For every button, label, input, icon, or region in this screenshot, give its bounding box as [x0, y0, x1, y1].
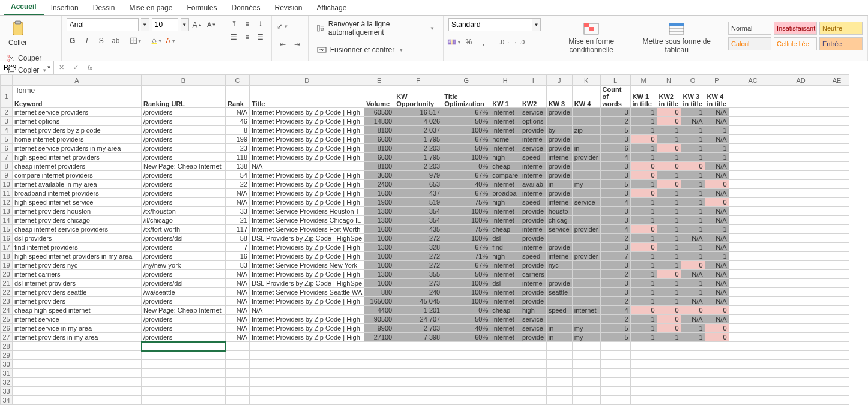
increase-font-button[interactable]: A▲ [191, 19, 203, 31]
header-cell[interactable]: KW Opportunity [394, 86, 442, 108]
cell[interactable]: internet [490, 324, 520, 333]
cell[interactable]: 165000 [364, 297, 394, 306]
cell[interactable] [13, 351, 142, 360]
cell[interactable]: 519 [394, 198, 442, 207]
cell[interactable] [729, 333, 777, 342]
cell[interactable]: 1 [657, 207, 681, 216]
cell[interactable] [705, 387, 729, 396]
cell[interactable] [825, 225, 849, 234]
cell[interactable]: dsl providers [13, 234, 142, 243]
cell[interactable]: 1 [657, 225, 681, 234]
cell[interactable]: 50% [442, 315, 490, 324]
cell[interactable] [729, 252, 777, 261]
cell[interactable] [777, 171, 825, 180]
cell[interactable]: 0 [681, 261, 705, 270]
cell[interactable]: internet [490, 180, 520, 189]
cell[interactable] [442, 387, 490, 396]
cell[interactable]: /providers/dsl [142, 279, 226, 288]
cell[interactable] [681, 396, 705, 405]
cell[interactable]: provide [546, 162, 572, 171]
cell[interactable]: /providers [142, 126, 226, 135]
cell[interactable]: in [546, 180, 572, 189]
col-header-N[interactable]: N [657, 75, 681, 86]
cell[interactable]: Internet Providers by Zip Code | High [250, 135, 364, 144]
cell[interactable] [394, 360, 442, 369]
cell[interactable]: 437 [394, 189, 442, 198]
cell[interactable]: 272 [394, 261, 442, 270]
cell[interactable]: Internet Service Providers Houston T [250, 207, 364, 216]
cell[interactable]: Internet Providers by Zip Code | High [250, 153, 364, 162]
cell[interactable] [572, 234, 600, 243]
row-header-13[interactable]: 13 [1, 207, 13, 216]
cell[interactable]: options [520, 117, 547, 126]
cell[interactable]: Internet Providers by Zip Code | High [250, 198, 364, 207]
cell[interactable]: New Page: Cheap Internet [142, 162, 226, 171]
cell[interactable] [546, 369, 572, 378]
cell[interactable] [825, 324, 849, 333]
cell[interactable]: N/A [226, 306, 250, 315]
cell[interactable]: 22 [226, 180, 250, 189]
cell[interactable]: 0 [657, 180, 681, 189]
cell[interactable]: internet providers chicago [13, 216, 142, 225]
cell[interactable] [572, 207, 600, 216]
cell[interactable] [777, 333, 825, 342]
cell[interactable]: 1 [657, 243, 681, 252]
tab-révision[interactable]: Révision [268, 1, 310, 15]
row-header-1[interactable]: 1 [1, 86, 13, 108]
cell[interactable]: internet providers [13, 297, 142, 306]
cell[interactable]: /providers [142, 297, 226, 306]
cell[interactable] [777, 351, 825, 360]
cell[interactable] [825, 135, 849, 144]
cell[interactable]: 328 [394, 243, 442, 252]
header-cell[interactable] [729, 86, 777, 108]
cell[interactable]: 2 [600, 315, 630, 324]
cell[interactable]: 21 [226, 216, 250, 225]
row-header-15[interactable]: 15 [1, 225, 13, 234]
cell[interactable]: by [546, 126, 572, 135]
cell[interactable]: 75% [442, 225, 490, 234]
cell[interactable]: 6600 [364, 135, 394, 144]
cell[interactable]: 240 [394, 288, 442, 297]
cell[interactable] [777, 180, 825, 189]
cell[interactable]: 1 [705, 252, 729, 261]
cell[interactable]: 354 [394, 207, 442, 216]
cell[interactable] [572, 171, 600, 180]
tab-dessin[interactable]: Dessin [86, 1, 122, 15]
cell[interactable] [142, 369, 226, 378]
tab-insertion[interactable]: Insertion [44, 1, 86, 15]
cell[interactable] [777, 144, 825, 153]
cell[interactable]: 118 [226, 153, 250, 162]
cell[interactable]: 27100 [364, 333, 394, 342]
cell[interactable]: 1 [657, 279, 681, 288]
cell[interactable] [825, 387, 849, 396]
cell[interactable] [777, 288, 825, 297]
cell[interactable] [825, 351, 849, 360]
cell[interactable]: /providers [142, 315, 226, 324]
cell[interactable]: provide [520, 207, 547, 216]
cell[interactable] [13, 378, 142, 387]
cell[interactable] [572, 108, 600, 117]
cell[interactable] [142, 396, 226, 405]
cell[interactable]: interne [520, 171, 547, 180]
cell[interactable]: 1 [630, 333, 657, 342]
font-name-select[interactable] [67, 18, 139, 31]
cell[interactable]: 0 [657, 162, 681, 171]
cell[interactable]: Internet Service Providers Seattle WA [250, 288, 364, 297]
row-header-33[interactable]: 33 [1, 387, 13, 396]
cell[interactable] [572, 216, 600, 225]
cell[interactable]: internet [490, 126, 520, 135]
cell[interactable]: 3 [600, 162, 630, 171]
cell[interactable]: 1 [657, 198, 681, 207]
cell[interactable] [705, 369, 729, 378]
cell[interactable]: speed [520, 252, 547, 261]
cell[interactable]: N/A [705, 297, 729, 306]
cell[interactable]: nyc [546, 261, 572, 270]
cell[interactable]: /providers [142, 198, 226, 207]
fx-button[interactable]: fx [83, 61, 97, 74]
cell[interactable]: 1 [681, 225, 705, 234]
cell[interactable]: N/A [681, 297, 705, 306]
cell[interactable]: internet providers by zip code [13, 126, 142, 135]
cell[interactable] [394, 396, 442, 405]
cell[interactable] [250, 369, 364, 378]
cell[interactable] [777, 252, 825, 261]
